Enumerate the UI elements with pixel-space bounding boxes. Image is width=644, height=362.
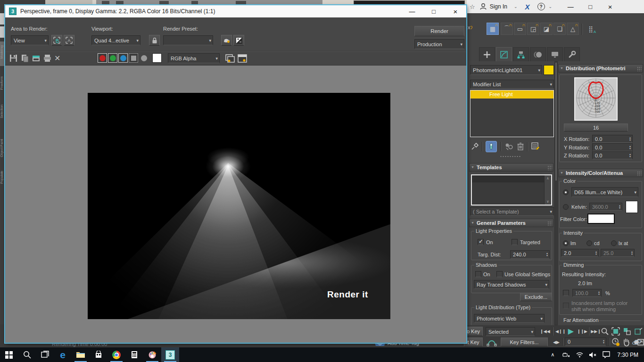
isolate-selection-icon[interactable]: xʔ	[468, 25, 472, 30]
toggle-toolbar-icon[interactable]	[237, 53, 248, 64]
taskbar-search-icon[interactable]	[18, 347, 36, 362]
intensity-color-rollout-header[interactable]: Intensity/Color/Attenua	[558, 169, 643, 177]
exclude-button[interactable]: Exclude...	[520, 293, 552, 301]
light-on-checkbox[interactable]	[478, 239, 484, 245]
show-end-result-button[interactable]	[486, 141, 497, 152]
key-step-arrows-icon[interactable]: ◀▶	[551, 337, 562, 346]
lm-radio[interactable]	[563, 240, 569, 246]
main-close-button[interactable]: ×	[602, 1, 618, 12]
wirecolor-swatch[interactable]	[544, 65, 554, 75]
targ-dist-spinner[interactable]: 240.0	[510, 250, 550, 259]
y-rotation-spinner[interactable]: 0.0	[592, 143, 633, 151]
maximize-viewport-icon[interactable]	[637, 337, 644, 347]
rollout-grip-icon[interactable]	[547, 165, 552, 170]
rollout-grip-icon[interactable]	[637, 171, 642, 176]
chrome-icon[interactable]	[107, 347, 125, 362]
zoom-extents-icon[interactable]	[611, 327, 620, 336]
x-rotation-spinner[interactable]: 0.0	[592, 135, 633, 143]
dimming-percent-spinner[interactable]: 100.0	[572, 289, 602, 297]
ribbon-tab-object-paint[interactable]: Object Paint	[0, 139, 5, 157]
auto-key-button[interactable]: o Key	[464, 327, 483, 336]
kelvin-radio[interactable]	[563, 204, 569, 210]
distribution-rollout-header[interactable]: Distribution (Photometri	[558, 64, 643, 73]
rfw-close-button[interactable]: ×	[447, 6, 463, 17]
tab-modify[interactable]	[496, 47, 512, 61]
color-correction-icon[interactable]	[225, 53, 235, 64]
tab-hierarchy[interactable]	[513, 47, 529, 61]
save-image-icon[interactable]	[9, 54, 18, 63]
named-selection-grid-icon[interactable]: ⣿A	[585, 23, 597, 35]
help-caret-icon[interactable]: ⌄	[549, 4, 553, 9]
use-global-settings-checkbox[interactable]	[496, 271, 503, 277]
taskbar-clock[interactable]: 7:30 PM	[617, 352, 638, 358]
scroll-up-icon[interactable]: ∧	[546, 176, 549, 181]
spinner-snap-icon[interactable]: ◲∩	[527, 23, 539, 35]
light-distribution-dropdown[interactable]: Photometric Web	[474, 314, 545, 323]
store-icon[interactable]	[90, 347, 107, 362]
ribbon-tab-selection[interactable]: Selection	[0, 105, 5, 118]
main-maximize-button[interactable]: □	[582, 1, 598, 12]
task-view-icon[interactable]	[36, 347, 54, 362]
next-frame-button[interactable]: ❙❙▶	[576, 327, 588, 336]
shadow-type-dropdown[interactable]: Ray Traced Shadows	[474, 280, 549, 289]
ribbon-tab-populate[interactable]: Populate	[0, 171, 5, 184]
tab-motion[interactable]	[530, 47, 546, 61]
edge-icon[interactable]: e	[54, 347, 72, 362]
kelvin-color-swatch[interactable]	[626, 201, 638, 213]
tray-chevron-icon[interactable]: ∧	[545, 347, 560, 362]
alpha-channel-button[interactable]	[141, 55, 147, 61]
pan-hand-icon[interactable]	[622, 337, 631, 347]
green-channel-button[interactable]	[108, 53, 117, 63]
sign-in-caret-icon[interactable]: ⌄	[514, 4, 518, 9]
configure-modifier-sets-icon[interactable]	[531, 142, 540, 151]
go-to-start-button[interactable]: ❙◀◀	[538, 327, 552, 336]
make-unique-icon[interactable]	[504, 142, 514, 151]
remove-modifier-trash-icon[interactable]	[517, 142, 524, 151]
intensity-value-spinner[interactable]: 2.0	[561, 249, 599, 257]
action-center-icon[interactable]	[599, 347, 613, 362]
render-button[interactable]: Render	[414, 26, 464, 36]
templates-listbox-row[interactable]	[472, 175, 551, 182]
kelvin-spinner[interactable]: 3600.0	[589, 203, 622, 211]
select-template-dropdown[interactable]: ( Select a Template)	[470, 207, 554, 216]
placement-snap-icon[interactable]: ❏∩	[553, 23, 566, 35]
main-minimize-button[interactable]: —	[562, 1, 578, 12]
channel-display-dropdown[interactable]: RGB Alpha	[168, 53, 220, 63]
auto-region-icon[interactable]: A	[64, 35, 74, 46]
help-icon[interactable]: ?	[537, 3, 545, 10]
snaps-toggle-icon[interactable]: ▦∩	[487, 23, 499, 35]
monochrome-button[interactable]	[129, 53, 138, 63]
cone-snap-icon[interactable]: △∩	[567, 23, 579, 35]
current-frame-spinner[interactable]: 0	[565, 337, 606, 346]
print-image-icon[interactable]	[43, 54, 52, 63]
edit-region-icon[interactable]	[51, 35, 62, 46]
modifier-list-dropdown[interactable]: Modifier List	[470, 80, 554, 89]
panel-resize-handle[interactable]	[500, 156, 521, 157]
start-button[interactable]	[0, 347, 18, 362]
zoom-region-icon[interactable]	[634, 327, 643, 336]
zoom-extents-all-icon[interactable]	[622, 327, 632, 336]
default-in-out-tangents-icon[interactable]	[487, 337, 497, 347]
targeted-checkbox[interactable]	[512, 239, 518, 245]
rfw-maximize-button[interactable]: □	[426, 6, 442, 17]
dimming-checkbox[interactable]	[563, 290, 569, 296]
stack-item-free-light[interactable]: Free Light	[471, 90, 553, 99]
mirror-snap-icon[interactable]: ◪∩	[540, 23, 553, 35]
templates-listbox[interactable]: ∧ ∨	[471, 174, 552, 206]
clear-image-icon[interactable]: ✕	[54, 54, 60, 63]
filter-color-swatch[interactable]	[587, 214, 615, 224]
favorites-star-icon[interactable]: ☆	[470, 3, 475, 10]
tray-volume-muted-icon[interactable]	[586, 347, 599, 362]
area-to-render-dropdown[interactable]: View	[11, 35, 49, 45]
viewport-dropdown[interactable]: Quad 4...ective	[91, 35, 140, 45]
tab-display[interactable]	[547, 47, 563, 61]
blue-channel-button[interactable]	[118, 53, 128, 63]
angle-snap-icon[interactable]: ⌒∩	[501, 23, 513, 35]
lx-at-radio[interactable]	[611, 240, 617, 246]
scroll-down-icon[interactable]: ∨	[546, 199, 549, 204]
file-explorer-icon[interactable]	[72, 347, 90, 362]
render-setup-teapot-icon[interactable]	[221, 35, 232, 46]
z-rotation-spinner[interactable]: 0.0	[592, 151, 633, 159]
set-key-button[interactable]: t Key	[464, 337, 483, 346]
clone-rendered-frame-icon[interactable]	[32, 54, 41, 63]
